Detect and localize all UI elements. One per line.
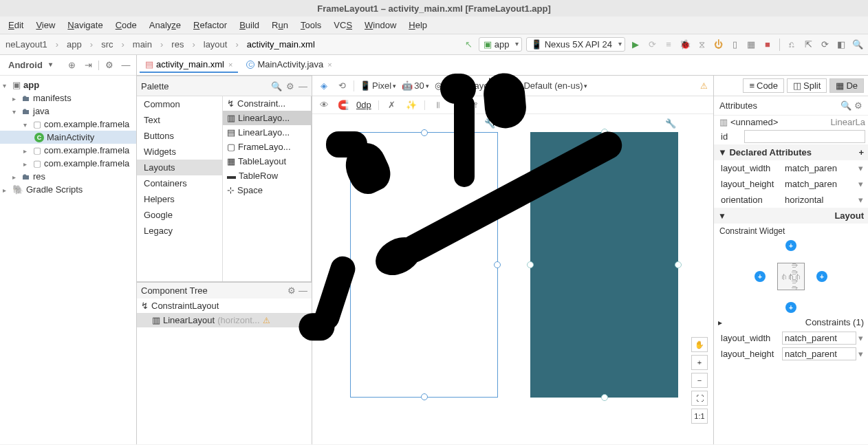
tab-mainactivity-java[interactable]: C MainActivity.java × <box>241 57 337 73</box>
palette-cat-buttons[interactable]: Buttons <box>137 128 222 144</box>
design-canvas[interactable]: 🔧 🔧 <box>312 114 713 444</box>
resize-handle[interactable] <box>347 261 354 268</box>
sync-icon[interactable]: ⟳ <box>818 39 831 51</box>
infer-constraints-icon[interactable]: ✨ <box>405 99 417 111</box>
palette-cat-widgets[interactable]: Widgets <box>137 144 222 160</box>
palette-cat-legacy[interactable]: Legacy <box>137 223 222 239</box>
magnet-icon[interactable]: 🧲 <box>337 99 349 111</box>
palette-item-linearlayout-h[interactable]: ▥LinearLayo... <box>223 111 311 125</box>
search-icon[interactable]: 🔍 <box>851 39 864 51</box>
zoom-ratio[interactable]: 1:1 <box>691 409 708 424</box>
chevron-down-icon[interactable]: ▾ <box>856 163 865 173</box>
twisty-icon[interactable] <box>23 119 30 129</box>
close-icon[interactable]: × <box>327 61 332 69</box>
palette-cat-helpers[interactable]: Helpers <box>137 191 222 207</box>
apply-changes-icon[interactable]: ⟳ <box>646 39 658 51</box>
zoom-in-button[interactable]: + <box>691 355 708 370</box>
menu-help[interactable]: Help <box>403 18 433 32</box>
profile-icon[interactable]: ⧖ <box>695 39 708 51</box>
resize-handle[interactable] <box>675 261 682 268</box>
palette-cat-google[interactable]: Google <box>137 207 222 223</box>
comp-constraintlayout[interactable]: ↯ConstraintLayout <box>137 299 312 313</box>
wrench-icon[interactable]: 🔧 <box>665 118 676 129</box>
menu-window[interactable]: Window <box>359 18 402 32</box>
design-mode-button[interactable]: ▦De <box>829 78 864 93</box>
clear-constraints-icon[interactable]: ✗ <box>386 99 398 111</box>
warning-icon[interactable]: ⚠ <box>700 81 708 91</box>
constraint-widget[interactable]: ⫛⫛ ⫛⫛ ⫛⫛ ⫛⫛ + + + + <box>760 246 822 307</box>
design-preview[interactable] <box>350 132 498 398</box>
constraint-right-handle[interactable]: + <box>816 271 827 282</box>
zoom-out-button[interactable]: − <box>691 373 708 388</box>
palette-category-list[interactable]: Common Text Buttons Widgets Layouts Cont… <box>137 96 222 281</box>
run-config-combo[interactable]: ▣ app <box>479 37 522 52</box>
menu-run[interactable]: Run <box>266 18 294 32</box>
palette-item-tablerow[interactable]: ▬TableRow <box>223 169 311 183</box>
target-icon[interactable]: ⊕ <box>65 59 78 72</box>
twisty-icon[interactable] <box>12 106 19 116</box>
tree-folder-manifests[interactable]: 🖿 manifests <box>0 91 136 105</box>
tab-activity-main-xml[interactable]: ▤ activity_main.xml × <box>140 57 238 73</box>
resize-handle[interactable] <box>601 129 608 135</box>
tree-gradle-scripts[interactable]: 🐘 Gradle Scripts <box>0 183 136 196</box>
add-attr-icon[interactable]: + <box>858 147 864 158</box>
tree-package[interactable]: ▢ com.example.framela <box>0 144 136 157</box>
crumb-src[interactable]: src <box>98 38 116 51</box>
menu-code[interactable]: Code <box>110 18 142 32</box>
crumb-layout[interactable]: layout <box>201 38 230 51</box>
collapse-icon[interactable]: ⇥ <box>82 59 94 72</box>
constraint-bottom-handle[interactable]: + <box>785 302 796 313</box>
pack-icon[interactable]: ⫴ <box>432 99 444 111</box>
menu-tools[interactable]: Tools <box>295 18 327 32</box>
comp-linearlayout[interactable]: ▥LinearLayout (horizont... ⚠ <box>137 313 312 327</box>
tree-module-app[interactable]: ▣ app <box>0 78 136 91</box>
crumb-app[interactable]: app <box>64 38 85 51</box>
palette-cat-common[interactable]: Common <box>137 96 222 112</box>
twisty-icon[interactable] <box>12 93 19 103</box>
constraint-box[interactable]: ⫛⫛ ⫛⫛ ⫛⫛ ⫛⫛ <box>777 263 805 290</box>
menu-view[interactable]: View <box>30 18 61 32</box>
declared-attributes-header[interactable]: ▼ Declared Attributes+ <box>714 144 868 160</box>
palette-cat-layouts[interactable]: Layouts <box>137 160 222 175</box>
default-margin[interactable]: 0dp <box>356 100 371 110</box>
chevron-down-icon[interactable]: ▾ <box>856 179 865 189</box>
palette-item-constraint[interactable]: ↯Constraint... <box>223 96 311 111</box>
twisty-icon[interactable] <box>3 184 10 195</box>
tree-package[interactable]: ▢ com.example.framela <box>0 118 136 131</box>
project-view-mode[interactable]: Android <box>4 58 55 72</box>
sdk-icon[interactable]: ▦ <box>745 39 757 51</box>
git-icon[interactable]: ⎌ <box>785 39 798 51</box>
zoom-fit-button[interactable]: ⛶ <box>691 391 708 406</box>
twisty-icon[interactable] <box>3 80 10 90</box>
run-icon[interactable]: ▶ <box>629 39 642 51</box>
crumb-main[interactable]: main <box>130 38 155 51</box>
resize-handle[interactable] <box>527 261 534 268</box>
build-icon[interactable]: ↖ <box>462 39 475 51</box>
twisty-icon[interactable] <box>23 158 30 169</box>
search-icon[interactable]: 🔍 <box>840 100 851 111</box>
locale-picker[interactable]: 🌐Default (en-us)▾ <box>511 80 587 91</box>
wrench-icon[interactable]: 🔧 <box>484 118 495 129</box>
api-picker[interactable]: 🤖30▾ <box>402 80 428 91</box>
pan-icon[interactable]: ✋ <box>691 337 708 352</box>
crumb-res[interactable]: res <box>169 38 186 51</box>
debug-icon[interactable]: 🐞 <box>679 39 691 51</box>
menu-build[interactable]: Build <box>234 18 265 32</box>
crumb-file[interactable]: activity_main.xml <box>244 38 318 51</box>
apply-code-icon[interactable]: ≡ <box>662 39 675 51</box>
align-icon[interactable]: ⊫ <box>451 99 464 111</box>
orientation-icon[interactable]: ⟲ <box>336 80 348 92</box>
palette-item-linearlayout-v[interactable]: ▤LinearLayo... <box>223 125 311 140</box>
tree-folder-java[interactable]: 🖿 java <box>0 105 136 118</box>
attr-value[interactable]: match_paren <box>782 162 856 175</box>
visibility-icon[interactable]: 👁 <box>318 99 330 111</box>
menu-edit[interactable]: Edit <box>3 18 29 32</box>
share-icon[interactable]: ⇱ <box>802 39 814 51</box>
attr-value[interactable]: horizontal <box>782 193 856 206</box>
twisty-icon[interactable] <box>12 171 19 182</box>
attach-icon[interactable]: ⏻ <box>712 39 724 51</box>
theme-picker[interactable]: ◎FrameLayout1▾ <box>435 80 506 91</box>
close-icon[interactable]: × <box>228 61 232 69</box>
resize-handle[interactable] <box>421 393 428 400</box>
hide-icon[interactable]: — <box>299 81 307 91</box>
